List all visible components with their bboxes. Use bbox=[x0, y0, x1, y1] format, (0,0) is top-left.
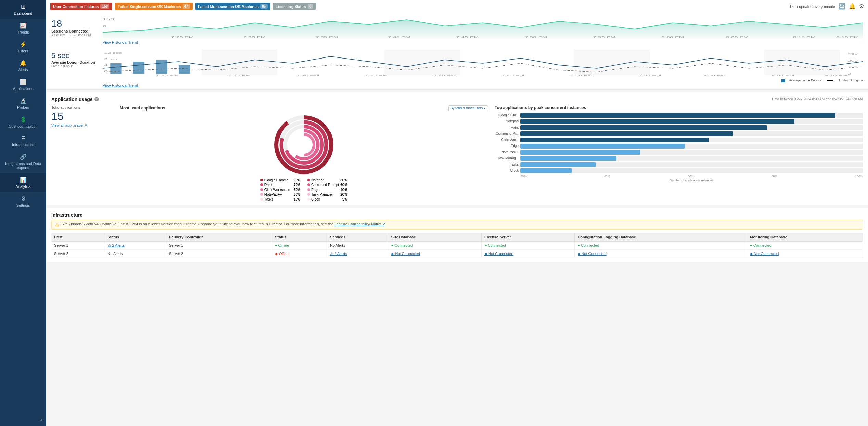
sidebar-label-infrastructure: Infrastructure bbox=[12, 143, 34, 147]
bar-label-2: Paint bbox=[495, 126, 519, 129]
svg-text:8:05 PM: 8:05 PM bbox=[726, 36, 749, 39]
top-apps-bar-panel: Top applications by peak concurrent inst… bbox=[495, 105, 863, 201]
bar-label-5: Edge bbox=[495, 144, 519, 148]
compat-matrix-link[interactable]: Feature Compatibility Matrix ↗ bbox=[334, 222, 385, 226]
sidebar-item-analytics[interactable]: 📊 Analytics bbox=[0, 173, 46, 192]
sidebar-collapse-button[interactable]: « bbox=[0, 414, 46, 426]
topbar-right: Data updated every minute 🔄 🔔 ⚙ bbox=[790, 3, 864, 10]
svg-text:8:00 PM: 8:00 PM bbox=[661, 36, 684, 39]
table-row-1: Server 2 No Alerts Server 2 ◆ Offline ⚠ … bbox=[51, 249, 863, 258]
bar-fill-3 bbox=[520, 131, 733, 136]
bar-row-1: Notepad bbox=[495, 119, 863, 124]
legend-pct-6: 30% bbox=[294, 193, 300, 196]
legend-pct-5: 40% bbox=[340, 188, 347, 192]
svg-text:0: 0 bbox=[103, 25, 106, 28]
services-alert-link-1[interactable]: ⚠ 2 Alerts bbox=[330, 251, 347, 256]
table-row-0: Server 1 ⚠ 2 Alerts Server 1 ● Online No… bbox=[51, 241, 863, 249]
sidebar-item-settings[interactable]: ⚙ Settings bbox=[0, 192, 46, 211]
legend-pct-3: 60% bbox=[340, 183, 347, 187]
notification-icon[interactable]: 🔔 bbox=[849, 3, 856, 10]
alert-count-failed-single: 47 bbox=[183, 4, 190, 9]
settings-icon: ⚙ bbox=[21, 195, 26, 202]
legend-name-5: Edge bbox=[311, 188, 339, 192]
probes-icon: 🔬 bbox=[20, 98, 27, 104]
sidebar-item-filters[interactable]: ⚡ Filters bbox=[0, 38, 46, 56]
bar-row-6: NotePad++ bbox=[495, 150, 863, 155]
bar-bg-9 bbox=[520, 168, 863, 173]
td-monitor-db-0: ● Connected bbox=[747, 241, 863, 249]
legend-logon-rect bbox=[781, 79, 785, 82]
bar-bg-4 bbox=[520, 138, 863, 142]
refresh-icon[interactable]: 🔄 bbox=[839, 3, 845, 10]
alert-licensing[interactable]: Licensing Status 0 bbox=[273, 3, 316, 10]
td-host-status-0: ⚠ 2 Alerts bbox=[105, 241, 166, 249]
legend-name-1: Notepad bbox=[311, 178, 339, 182]
bar-row-0: Google Chr... bbox=[495, 113, 863, 118]
alert-failed-multi[interactable]: Failed Multi-session OS Machines 86 bbox=[195, 3, 270, 10]
sessions-chart-svg: 150 0 7:25 PM 7:30 PM 7:35 PM 7:40 PM 7:… bbox=[103, 16, 863, 39]
bar-fill-1 bbox=[520, 119, 794, 124]
sidebar-item-applications[interactable]: ⬜ Applications bbox=[0, 75, 46, 94]
site-link-1[interactable]: ◆ Not Connected bbox=[391, 251, 420, 256]
legend-name-7: Task Manager bbox=[311, 193, 339, 196]
monitor-link-1[interactable]: ◆ Not Connected bbox=[750, 251, 779, 256]
app-usage-info-icon[interactable]: ? bbox=[94, 97, 99, 101]
sidebar-label-cost-opt: Cost optimization bbox=[9, 124, 37, 128]
svg-text:12 sec: 12 sec bbox=[104, 51, 122, 54]
license-status-0: ● Connected bbox=[484, 243, 506, 247]
total-apps-num: 15 bbox=[51, 110, 113, 123]
app-usage-title: Application usage ? bbox=[51, 96, 99, 102]
axis-20: 20% bbox=[520, 175, 527, 178]
sidebar-item-trends[interactable]: 📈 Trends bbox=[0, 19, 46, 38]
topbar: User Connection Failures 158 Failed Sing… bbox=[46, 0, 868, 13]
sidebar-label-trends: Trends bbox=[17, 30, 29, 34]
sidebar-item-infrastructure[interactable]: 🖥 Infrastructure bbox=[0, 132, 46, 150]
sidebar-item-probes[interactable]: 🔬 Probes bbox=[0, 94, 46, 113]
bar-label-0: Google Chr... bbox=[495, 113, 519, 117]
svg-rect-19 bbox=[156, 60, 167, 74]
legend-pct-4: 50% bbox=[294, 188, 300, 192]
sidebar-item-cost-opt[interactable]: 💲 Cost optimization bbox=[0, 113, 46, 132]
bar-chart-axis-label: Number of application instances bbox=[495, 179, 863, 182]
logon-section: 5 sec Average Logon Duration Over last h… bbox=[46, 47, 868, 90]
legend-name-8: Tasks bbox=[264, 197, 292, 201]
svg-text:8:00 PM: 8:00 PM bbox=[703, 74, 726, 77]
svg-text:7:25 PM: 7:25 PM bbox=[171, 36, 194, 39]
sessions-section: 18 Sessions Connected As of 02/16/2023 8… bbox=[46, 13, 868, 47]
alert-failed-single[interactable]: Failed Single-session OS Machines 47 bbox=[115, 3, 193, 10]
svg-point-44 bbox=[294, 134, 314, 155]
td-site-db-1: ◆ Not Connected bbox=[388, 249, 481, 258]
sort-button[interactable]: By total distinct users ▾ bbox=[448, 105, 488, 111]
bar-bg-0 bbox=[520, 113, 863, 118]
view-all-app-usage-link[interactable]: View all app usage ↗ bbox=[51, 123, 87, 127]
topbar-settings-icon[interactable]: ⚙ bbox=[859, 3, 864, 10]
host-alert-link-0[interactable]: ⚠ 2 Alerts bbox=[108, 243, 125, 247]
logon-sub: Over last hour bbox=[51, 64, 99, 68]
legend-name-0: Google Chrome bbox=[264, 178, 292, 182]
sidebar-item-dashboard[interactable]: ⊞ Dashboard bbox=[0, 0, 46, 19]
legend-pct-2: 70% bbox=[294, 183, 300, 187]
sidebar-item-alerts[interactable]: 🔔 Alerts bbox=[0, 56, 46, 75]
alert-user-connection[interactable]: User Connection Failures 158 bbox=[50, 3, 112, 10]
svg-text:7:35 PM: 7:35 PM bbox=[365, 74, 388, 77]
app-usage-title-text: Application usage bbox=[51, 96, 93, 102]
td-dc-1: Server 2 bbox=[166, 249, 272, 258]
axis-60: 60% bbox=[688, 175, 694, 178]
svg-text:150: 150 bbox=[103, 18, 114, 21]
logon-trend-link[interactable]: View Historical Trend bbox=[103, 83, 138, 87]
svg-text:7:50 PM: 7:50 PM bbox=[570, 74, 593, 77]
legend-pct-7: 20% bbox=[340, 193, 347, 196]
svg-text:7:55 PM: 7:55 PM bbox=[593, 36, 616, 39]
svg-text:7:40 PM: 7:40 PM bbox=[433, 74, 456, 77]
alert-count-user-connection: 158 bbox=[100, 4, 109, 9]
trends-icon: 📈 bbox=[20, 22, 27, 29]
svg-text:8:15 PM: 8:15 PM bbox=[836, 36, 859, 39]
th-services: Services bbox=[327, 233, 388, 242]
sidebar-item-integrations[interactable]: 🔗 Integrations and Data exports bbox=[0, 150, 46, 173]
dc-status-1: ◆ Offline bbox=[275, 251, 290, 256]
config-link-1[interactable]: ◆ Not Connected bbox=[578, 251, 606, 256]
logon-chart: 12 sec 8 sec 4 sec 0 sec 450 300 150 0 7… bbox=[103, 50, 863, 88]
sidebar-label-settings: Settings bbox=[16, 203, 30, 207]
license-link-1[interactable]: ◆ Not Connected bbox=[484, 251, 513, 256]
sessions-trend-link[interactable]: View Historical Trend bbox=[103, 40, 138, 44]
